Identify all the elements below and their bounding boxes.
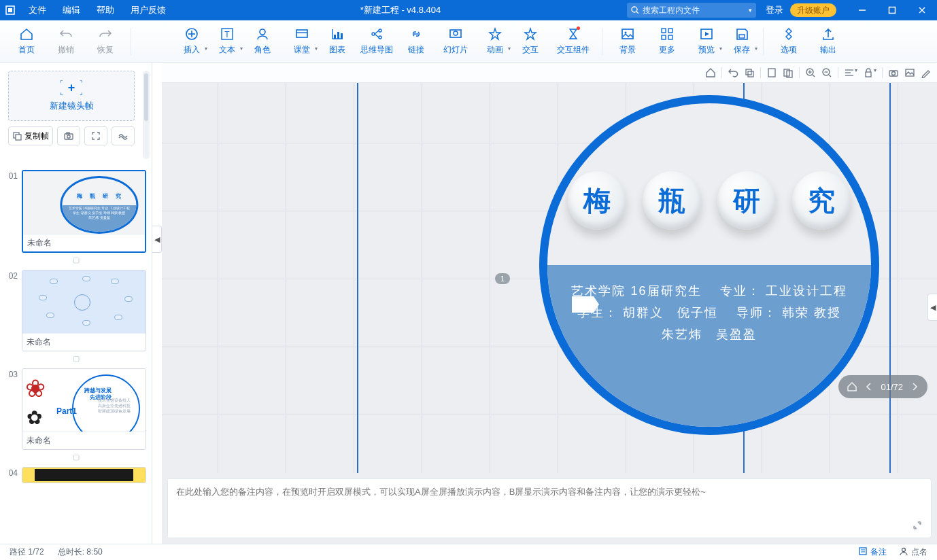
menu-edit[interactable]: 编辑: [54, 0, 88, 20]
sidebar-collapse-handle[interactable]: ◀: [152, 226, 162, 253]
slide-timer-icon[interactable]: ▢: [5, 453, 146, 461]
mindmap-icon: [369, 27, 384, 41]
slide-item[interactable]: 01 梅瓶研究艺术学院 16届研究生 专业 工业设计工程学生 胡群义 倪子恒 导…: [5, 170, 146, 253]
ribbon-chart[interactable]: 图表: [318, 27, 357, 56]
copy-icon[interactable]: [744, 67, 755, 78]
search-input[interactable]: [643, 5, 745, 15]
search-dropdown-icon[interactable]: ▾: [749, 7, 752, 14]
home-icon[interactable]: [705, 67, 716, 78]
transition-button[interactable]: [112, 126, 135, 145]
ribbon-output[interactable]: 输出: [808, 27, 848, 56]
svg-rect-35: [16, 135, 21, 140]
slide-item[interactable]: 02 未命名: [5, 270, 146, 351]
caret-icon[interactable]: ▾: [755, 46, 757, 52]
ribbon-component[interactable]: 交互组件: [550, 27, 596, 56]
ribbon-undo[interactable]: 撤销: [46, 27, 86, 56]
person-icon: [255, 27, 270, 41]
svg-rect-29: [668, 29, 672, 33]
svg-rect-30: [662, 35, 666, 39]
component-icon: [566, 27, 581, 41]
zoom-in-icon[interactable]: [805, 67, 816, 78]
sidebar-scrollbar[interactable]: [143, 71, 150, 159]
expand-icon[interactable]: [904, 479, 931, 538]
notes-input[interactable]: [168, 479, 904, 538]
ribbon-more[interactable]: 更多: [647, 27, 687, 56]
ribbon-mindmap[interactable]: 思维导图: [357, 27, 396, 56]
nav-prev-icon[interactable]: [864, 382, 874, 391]
slide-item[interactable]: 04: [5, 467, 146, 483]
ribbon-redo[interactable]: 恢复: [86, 27, 125, 56]
menu-feedback[interactable]: 用户反馈: [122, 0, 174, 20]
person-icon: [899, 546, 908, 556]
svg-rect-1: [8, 8, 12, 12]
svg-rect-26: [622, 29, 633, 39]
fullscreen-button[interactable]: [84, 126, 107, 145]
slide-item[interactable]: 03 ❀✿ 跨越与发展 先进阶段 Part1 技术先进设备投入高新企业先进科技智…: [5, 368, 146, 450]
title-bar: 文件 编辑 帮助 用户反馈 *新建工程 - v4.8.404 ▾ 登录 升级账户: [0, 0, 937, 20]
ribbon-slide[interactable]: 幻灯片: [436, 27, 475, 56]
menu-help[interactable]: 帮助: [88, 0, 122, 20]
lock-icon[interactable]: ▾: [863, 67, 876, 78]
menu-file[interactable]: 文件: [20, 0, 54, 20]
window-close[interactable]: [907, 0, 937, 20]
pages-icon[interactable]: [783, 67, 794, 78]
svg-point-37: [67, 135, 70, 138]
star-icon: [488, 27, 502, 41]
picture-icon[interactable]: [904, 67, 915, 78]
ribbon-home[interactable]: 首页: [7, 27, 46, 56]
undo-icon: [58, 27, 73, 41]
right-panel-handle[interactable]: ◀: [927, 294, 937, 321]
class-icon: [294, 27, 309, 41]
svg-point-22: [379, 29, 381, 32]
svg-line-3: [636, 12, 638, 14]
search-box[interactable]: ▾: [627, 3, 756, 18]
edit-icon[interactable]: [921, 67, 932, 78]
align-icon[interactable]: ▾: [844, 67, 857, 78]
svg-rect-20: [341, 33, 343, 39]
svg-rect-54: [866, 72, 871, 77]
svg-line-45: [813, 75, 815, 77]
slide-number: 04: [5, 467, 18, 478]
status-path: 路径 1/72: [10, 546, 44, 558]
status-notes-button[interactable]: 备注: [858, 546, 887, 558]
options-icon: [781, 27, 796, 41]
ribbon-role[interactable]: 角色: [243, 27, 282, 56]
slide-timer-icon[interactable]: ▢: [5, 256, 146, 264]
ribbon: 首页 撤销 恢复 插入 ▾ T文本 ▾ 角色 课堂 ▾ 图表 思维导图 链接 幻…: [0, 20, 937, 63]
svg-rect-57: [906, 69, 914, 76]
window-minimize[interactable]: [847, 0, 877, 20]
status-bar: 路径 1/72 总时长: 8:50 备注 点名: [0, 544, 937, 560]
slide-number: 02: [5, 270, 18, 281]
sidebar: ⌜ ⌝ ⌞ ⌟ + 新建镜头帧 复制帧: [0, 63, 152, 544]
info-lines: 艺术学院 16届研究生 专业： 工业设计工程 学生： 胡群义 倪子恒 导师： 韩…: [547, 280, 871, 345]
page-icon[interactable]: [766, 67, 777, 78]
rotate-left-icon[interactable]: [728, 67, 738, 78]
interact-icon: [523, 27, 538, 41]
slide-timer-icon[interactable]: ▢: [5, 354, 146, 363]
upgrade-button[interactable]: 升级账户: [790, 3, 836, 17]
nav-pill: 01/72: [838, 375, 927, 398]
svg-point-25: [454, 31, 458, 35]
nav-home-icon[interactable]: [847, 381, 857, 392]
slide-main-circle[interactable]: 艺术学院 16届研究生 专业： 工业设计工程 学生： 胡群义 倪子恒 导师： 韩…: [539, 95, 879, 435]
svg-rect-38: [67, 133, 69, 134]
svg-rect-28: [662, 29, 666, 33]
ribbon-options[interactable]: 选项: [769, 27, 808, 56]
camera-icon[interactable]: [888, 67, 899, 78]
camera-button[interactable]: [57, 126, 80, 145]
window-maximize[interactable]: [877, 0, 907, 20]
ribbon-link[interactable]: 链接: [396, 27, 436, 56]
title-letters: 梅 瓶 研 究: [568, 171, 851, 230]
login-link[interactable]: 登录: [766, 4, 783, 16]
new-frame-button[interactable]: ⌜ ⌝ ⌞ ⌟ + 新建镜头帧: [8, 71, 135, 121]
ribbon-bg[interactable]: 背景: [608, 27, 647, 56]
save-icon: [734, 27, 749, 41]
nav-next-icon[interactable]: [910, 382, 919, 391]
copy-frame-button[interactable]: 复制帧: [8, 126, 53, 145]
canvas-stage[interactable]: 1 艺术学院 16届研究生 专业： 工业设计工程 学生： 胡群义 倪子恒 导师：…: [162, 83, 937, 473]
svg-point-13: [260, 29, 265, 35]
zoom-out-icon[interactable]: [821, 67, 832, 78]
ribbon-interact[interactable]: 交互: [511, 27, 550, 56]
link-icon: [409, 27, 424, 41]
status-rollcall-button[interactable]: 点名: [899, 546, 927, 558]
